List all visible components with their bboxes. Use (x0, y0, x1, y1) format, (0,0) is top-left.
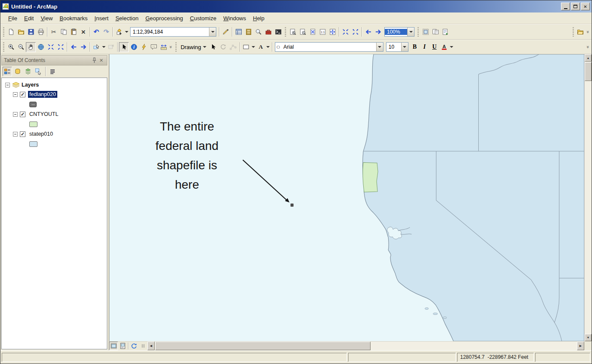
title-bar[interactable]: Untitled - ArcMap ✕ (0, 0, 592, 12)
horizontal-scroll-track[interactable] (371, 342, 577, 350)
font-name-value[interactable]: Arial (281, 44, 376, 50)
polygon-symbol-swatch[interactable] (29, 121, 37, 127)
maximize-button[interactable] (571, 3, 580, 10)
measure-button[interactable] (159, 42, 168, 52)
shape-tool-dropdown[interactable] (251, 42, 256, 52)
menu-selection[interactable]: Selection (112, 13, 142, 23)
toolbar-overflow-chevron-icon[interactable]: » (168, 46, 174, 48)
new-document-button[interactable] (6, 27, 16, 37)
drawing-menu-button[interactable]: Drawing (178, 43, 209, 51)
toc-header[interactable]: Table Of Contents ✕ (1, 55, 107, 65)
toolbar-grip[interactable] (285, 27, 286, 37)
open-attribute-folder-button[interactable] (576, 27, 586, 37)
select-elements-button[interactable] (119, 42, 129, 52)
print-button[interactable] (36, 27, 46, 37)
map-scale-combo[interactable]: 1:12,394,184 (130, 27, 216, 37)
zoom-100-button[interactable]: 1:1 (318, 27, 327, 37)
menu-bookmarks[interactable]: Bookmarks (56, 13, 91, 23)
toc-options-button[interactable] (48, 67, 57, 76)
python-window-button[interactable] (273, 27, 283, 37)
layer-checkbox[interactable]: ✓ (20, 92, 25, 97)
font-name-combo[interactable]: O Arial (275, 42, 383, 52)
zoom-out-page-button[interactable] (298, 27, 308, 37)
go-back-extent-button[interactable] (69, 42, 78, 52)
menu-customize[interactable]: Customize (187, 13, 220, 23)
layout-zoom-dropdown-button[interactable] (407, 28, 414, 36)
list-by-selection-button[interactable] (34, 67, 43, 76)
select-features-dropdown[interactable] (101, 42, 106, 52)
layout-zoom-combo[interactable]: 100% (384, 27, 414, 37)
change-layout-button[interactable] (430, 27, 440, 37)
go-forward-extent-page-button[interactable] (373, 27, 383, 37)
search-window-button[interactable] (253, 27, 263, 37)
full-extent-button[interactable] (36, 42, 46, 52)
toc-close-button[interactable]: ✕ (98, 57, 105, 64)
pin-button[interactable] (91, 57, 98, 64)
edit-vertices-button[interactable] (228, 42, 238, 52)
redo-button[interactable]: ↷ (101, 27, 111, 37)
layers-root-label[interactable]: Layers (22, 82, 39, 88)
identify-button[interactable]: i (129, 42, 139, 52)
list-by-visibility-button[interactable] (23, 67, 33, 76)
text-tool-button[interactable]: A (256, 42, 266, 52)
map-canvas[interactable]: The entire federal land shapefile is her… (109, 54, 584, 341)
scroll-right-button[interactable]: ▶ (577, 342, 584, 350)
zoom-whole-page-button[interactable] (308, 27, 318, 37)
zoom-out-button[interactable] (16, 42, 26, 52)
fixed-zoom-out-button[interactable] (56, 42, 65, 52)
fixed-zoom-in-page-button[interactable] (340, 27, 350, 37)
list-by-drawing-order-button[interactable] (3, 67, 12, 76)
catalog-window-button[interactable] (243, 27, 253, 37)
collapse-icon[interactable] (13, 132, 18, 137)
toolbar-grip[interactable] (3, 27, 4, 37)
map-view[interactable] (109, 54, 584, 341)
toolbar-overflow-chevron-icon[interactable]: » (586, 46, 591, 48)
select-features-button[interactable] (91, 42, 101, 52)
add-data-button[interactable] (114, 27, 124, 37)
horizontal-scrollbar[interactable] (155, 342, 577, 350)
text-tool-dropdown[interactable] (266, 42, 271, 52)
italic-button[interactable]: I (420, 42, 430, 52)
font-size-combo[interactable]: 10 (386, 42, 408, 52)
data-driven-pages-button[interactable] (440, 27, 450, 37)
toolbar-grip[interactable] (418, 27, 419, 37)
vertical-scrollbar[interactable]: ▲ ▼ (584, 54, 592, 341)
editor-toolbar-button[interactable] (221, 27, 231, 37)
drawing-select-elements-button[interactable] (209, 42, 218, 52)
menu-help[interactable]: Help (249, 13, 268, 23)
copy-button[interactable] (59, 27, 69, 37)
layer-name[interactable]: fedlanp020 (28, 91, 57, 98)
minimize-button[interactable] (561, 3, 570, 10)
annotation-text[interactable]: The entire federal land shapefile is her… (133, 117, 241, 194)
bold-button[interactable]: B (410, 42, 420, 52)
rotate-element-button[interactable] (218, 42, 228, 52)
horizontal-scroll-thumb[interactable] (155, 342, 371, 350)
underline-button[interactable]: U (430, 42, 439, 52)
clear-selection-button[interactable] (106, 42, 116, 52)
menu-geoprocessing[interactable]: Geoprocessing (142, 13, 186, 23)
layout-view-button[interactable] (118, 342, 127, 350)
menu-file[interactable]: File (5, 13, 21, 23)
fixed-zoom-out-page-button[interactable] (350, 27, 360, 37)
refresh-view-button[interactable] (129, 342, 138, 350)
toolbar-grip[interactable] (3, 42, 4, 52)
map-scale-value[interactable]: 1:12,394,184 (131, 29, 209, 35)
font-size-dropdown-button[interactable] (401, 43, 408, 51)
scale-dropdown-button[interactable] (209, 28, 216, 36)
rectangle-tool-button[interactable] (241, 42, 251, 52)
table-of-contents-window-button[interactable] (234, 27, 243, 37)
hyperlink-button[interactable] (139, 42, 149, 52)
pan-page-button[interactable] (327, 27, 337, 37)
menu-windows[interactable]: Windows (220, 13, 249, 23)
menu-edit[interactable]: Edit (21, 13, 37, 23)
paste-button[interactable] (69, 27, 78, 37)
font-color-dropdown[interactable] (449, 42, 454, 52)
undo-button[interactable]: ↶ (91, 27, 101, 37)
list-by-source-button[interactable] (13, 67, 22, 76)
toolbar-grip[interactable] (573, 27, 574, 37)
layer-row-statep010[interactable]: ✓ statep010 (2, 129, 107, 139)
zoom-in-page-button[interactable] (288, 27, 298, 37)
save-button[interactable] (26, 27, 36, 37)
add-data-dropdown[interactable] (124, 27, 129, 37)
toolbar-overflow-chevron-icon[interactable]: » (586, 31, 591, 33)
